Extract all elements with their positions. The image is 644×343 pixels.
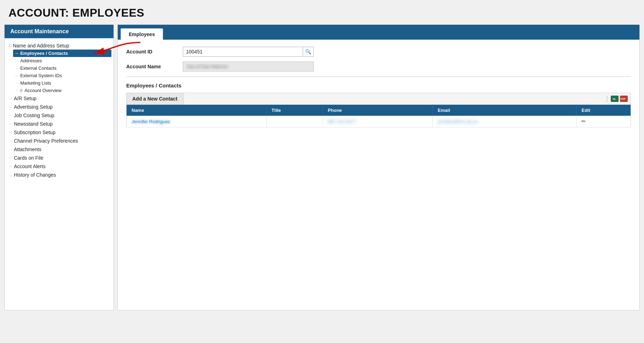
sidebar-item-employees-contacts[interactable]: ··· Employees / Contacts — [13, 50, 111, 57]
sidebar-item-label-employees-contacts: Employees / Contacts — [20, 51, 68, 56]
sidebar-item-channel-privacy[interactable]: ··· Channel Privacy Preferences — [7, 137, 111, 145]
sidebar-item-label-channel-privacy: Channel Privacy Preferences — [14, 138, 78, 144]
add-new-contact-button[interactable]: Add a New Contact — [127, 93, 184, 104]
account-name-field[interactable] — [183, 62, 314, 72]
account-name-input-group — [183, 62, 314, 72]
tree-dot: ··· — [9, 130, 12, 135]
account-id-label: Account ID — [126, 49, 183, 55]
section-title-employees-contacts: Employees / Contacts — [126, 82, 631, 88]
employees-table: Name Title Phone Email Edit Jennifer Rod… — [126, 104, 631, 127]
tree-dot: ··· — [15, 74, 18, 78]
svg-text:XL: XL — [613, 97, 616, 101]
sidebar-item-addresses[interactable]: ··· Addresses — [13, 57, 111, 64]
tree-dot: ··· — [15, 66, 18, 70]
separator-line — [607, 96, 607, 102]
tab-employees[interactable]: Employees — [121, 28, 163, 40]
sidebar-item-advertising-setup[interactable]: ··· Advertising Setup — [7, 103, 111, 111]
sidebar-item-label-external-contacts: External Contacts — [20, 65, 57, 71]
cell-phone: 987 234 5677 — [323, 116, 433, 127]
export-pdf-button[interactable]: PDF — [620, 96, 628, 102]
table-body: Jennifer Rodriguez 987 234 5677 jennifer… — [127, 116, 631, 127]
table-header: Name Title Phone Email Edit — [127, 105, 631, 116]
tree-dot: ··· — [9, 156, 12, 160]
col-header-title: Title — [266, 105, 323, 116]
main-content: Employees Account ID 🔍 Account Name Empl… — [117, 24, 640, 310]
document-icon: ⎘ — [20, 88, 23, 93]
export-excel-button[interactable]: XL — [611, 96, 619, 102]
tree-dot: ··· — [9, 105, 12, 109]
sidebar-item-cards-on-file[interactable]: ··· Cards on File — [7, 154, 111, 162]
tree-dot: ··· — [9, 147, 12, 152]
sidebar-item-name-address-setup[interactable]: □ Name and Address Setup — [7, 42, 111, 50]
tree-dot: ··· — [15, 59, 18, 63]
content-area: Account ID 🔍 Account Name Employees / Co… — [118, 40, 639, 135]
cell-email: jennifer@firm.ab.us — [433, 116, 576, 127]
tree-dot: ··· — [9, 96, 12, 101]
tree-dot: ··· — [9, 164, 12, 168]
sidebar-item-newsstand-setup[interactable]: ··· Newsstand Setup — [7, 120, 111, 128]
sidebar-item-label-account-alerts: Account Alerts — [14, 164, 46, 169]
sidebar-header: Account Maintenance — [5, 25, 114, 38]
sidebar-item-external-contacts[interactable]: ··· External Contacts — [13, 64, 111, 72]
sidebar: Account Maintenance □ Name and Address S… — [4, 24, 114, 310]
tree-dot: ··· — [9, 139, 12, 143]
tab-bar: Employees — [118, 25, 639, 40]
sidebar-item-label-job-costing-setup: Job Costing Setup — [14, 113, 54, 118]
tree-dot: ··· — [15, 81, 18, 85]
sidebar-item-label-account-overview: Account Overview — [24, 88, 62, 93]
account-id-field[interactable] — [183, 47, 303, 57]
account-id-search-button[interactable]: 🔍 — [303, 47, 314, 57]
sidebar-item-job-costing-setup[interactable]: ··· Job Costing Setup — [7, 111, 111, 120]
svg-text:PDF: PDF — [621, 98, 626, 100]
sidebar-children-name-address: ··· Employees / Contacts ··· — [7, 50, 111, 94]
sidebar-tree: □ Name and Address Setup ··· Employees /… — [5, 38, 114, 183]
sidebar-item-external-system-ids[interactable]: ··· External System IDs — [13, 72, 111, 79]
sidebar-item-label-history-of-changes: History of Changes — [14, 172, 56, 178]
sidebar-item-ar-setup[interactable]: ··· A/R Setup — [7, 94, 111, 103]
tree-dot: ··· — [9, 122, 12, 126]
tree-dot: ··· — [9, 173, 12, 177]
account-id-row: Account ID 🔍 — [126, 47, 631, 57]
sidebar-item-account-alerts[interactable]: ··· Account Alerts — [7, 162, 111, 171]
expand-icon: □ — [9, 43, 11, 48]
sidebar-item-label: Name and Address Setup — [13, 43, 69, 48]
cell-name[interactable]: Jennifer Rodriguez — [127, 116, 267, 127]
account-id-input-group: 🔍 — [183, 47, 314, 57]
table-toolbar: Add a New Contact XL PDF — [126, 93, 631, 104]
sidebar-item-label-cards-on-file: Cards on File — [14, 155, 43, 161]
account-name-row: Account Name — [126, 62, 631, 72]
cell-edit[interactable]: ✏ — [576, 116, 631, 127]
sidebar-item-label-ar-setup: A/R Setup — [14, 96, 36, 101]
sidebar-item-label-newsstand-setup: Newsstand Setup — [14, 121, 53, 127]
col-header-name: Name — [127, 105, 267, 116]
sidebar-item-label-subscription-setup: Subscription Setup — [14, 130, 56, 135]
cell-title — [266, 116, 323, 127]
sidebar-item-subscription-setup[interactable]: ··· Subscription Setup — [7, 128, 111, 137]
sidebar-item-label-attachments: Attachments — [14, 147, 41, 152]
sidebar-item-history-of-changes[interactable]: ··· History of Changes — [7, 171, 111, 179]
col-header-phone: Phone — [323, 105, 433, 116]
edit-icon[interactable]: ✏ — [581, 118, 586, 124]
section-divider — [126, 76, 631, 77]
col-header-edit: Edit — [576, 105, 631, 116]
tree-dot: ··· — [15, 51, 18, 56]
table-row: Jennifer Rodriguez 987 234 5677 jennifer… — [127, 116, 631, 127]
sidebar-item-account-overview[interactable]: ··· ⎘ Account Overview — [13, 87, 111, 94]
tree-dot: ··· — [15, 88, 18, 93]
sidebar-item-label-advertising-setup: Advertising Setup — [14, 104, 53, 110]
pdf-icon: PDF — [620, 96, 628, 101]
export-icons: XL PDF — [604, 96, 631, 102]
account-name-label: Account Name — [126, 64, 183, 69]
sidebar-item-label-marketing-lists: Marketing Lists — [20, 80, 51, 86]
col-header-email: Email — [433, 105, 576, 116]
sidebar-item-label-addresses: Addresses — [20, 58, 42, 63]
sidebar-item-marketing-lists[interactable]: ··· Marketing Lists — [13, 79, 111, 87]
sidebar-item-attachments[interactable]: ··· Attachments — [7, 145, 111, 154]
excel-icon: XL — [612, 96, 617, 101]
tree-dot: ··· — [9, 113, 12, 118]
sidebar-item-label-external-system-ids: External System IDs — [20, 73, 62, 78]
page-title: ACCOUNT: EMPLOYEES — [0, 0, 644, 24]
